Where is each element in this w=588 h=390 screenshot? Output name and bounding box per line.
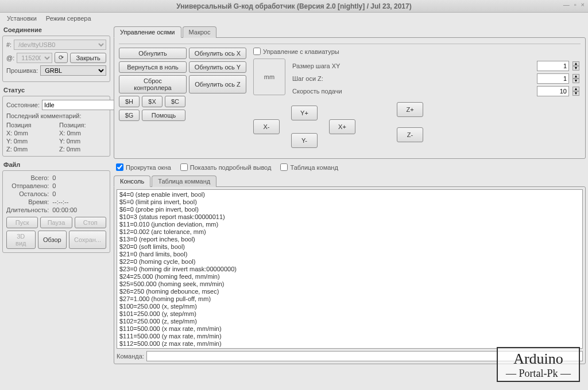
pos-z2: Z: 0mm <box>59 146 106 153</box>
console-line: $4=0 (step enable invert, bool) <box>119 191 580 198</box>
stepxy-label: Размер шага XY <box>292 63 338 69</box>
pos-x1: X: 0mm <box>6 130 53 136</box>
console-line: $24=25.000 (homing feed, mm/min) <box>119 273 580 280</box>
scroll-checkbox[interactable]: Прокрутка окна <box>116 163 171 171</box>
console-panel: $4=0 (step enable invert, bool)$5=0 (lim… <box>114 186 586 364</box>
pos-y2: Y: 0mm <box>59 138 106 145</box>
browse-button[interactable]: Обзор <box>38 231 67 249</box>
menu-server[interactable]: Режим сервера <box>42 14 95 23</box>
remain-value: 0 <box>52 190 77 197</box>
pos-x2: X: 0mm <box>59 130 106 136</box>
zero-x-button[interactable]: Обнулить ось X <box>189 48 246 59</box>
y-plus-button[interactable]: Y+ <box>291 106 318 120</box>
dollar-x-button[interactable]: $X <box>142 96 163 107</box>
file-title: Файл <box>3 161 110 168</box>
firmware-label: Прошивка: <box>6 67 38 74</box>
dollar-c-button[interactable]: $C <box>165 96 185 107</box>
pause-button[interactable]: Пауза <box>40 217 72 228</box>
dollar-h-button[interactable]: $H <box>119 96 140 107</box>
units-box[interactable]: mm <box>253 58 285 95</box>
z-minus-button[interactable]: Z- <box>397 127 423 142</box>
3dview-button[interactable]: 3D вид <box>6 231 36 249</box>
menubar: Установки Режим сервера <box>0 13 588 24</box>
help-button[interactable]: Помощь <box>142 110 185 121</box>
feed-label: Скорость подачи <box>292 88 338 95</box>
total-value: 0 <box>52 174 77 181</box>
console-line: $20=0 (soft limits, bool) <box>119 243 580 251</box>
pos-z1: Z: 0mm <box>6 146 53 153</box>
minimize-icon[interactable]: — <box>563 1 570 8</box>
console-line: $102=250.000 (z, step/mm) <box>119 318 580 325</box>
pos1-header: Позиция <box>6 122 53 128</box>
x-minus-button[interactable]: X- <box>253 119 280 134</box>
port-label: #: <box>6 41 11 48</box>
watermark-line1: Arduino <box>506 350 571 368</box>
refresh-button[interactable]: ⟳ <box>55 52 68 63</box>
time-label: Время: <box>6 198 49 205</box>
reset-button[interactable]: Сброс контроллера <box>119 75 187 93</box>
console-line: $10=3 (status report mask:00000011) <box>119 213 580 221</box>
run-button[interactable]: Пуск <box>6 217 38 228</box>
feed-spinner[interactable]: ▲▼ <box>572 87 581 96</box>
connection-title: Соединение <box>3 26 110 33</box>
firmware-select[interactable]: GRBL <box>40 65 106 76</box>
console-line: $23=0 (homing dir invert mask:00000000) <box>119 266 580 273</box>
stop-button[interactable]: Стоп <box>75 217 106 228</box>
status-panel: Состояние: Последний комментарий: Позици… <box>2 96 110 157</box>
watermark-line2: Portal-Pk <box>506 368 571 380</box>
stepxy-input[interactable] <box>537 61 569 71</box>
x-plus-button[interactable]: X+ <box>329 119 355 134</box>
close-icon[interactable]: × <box>581 1 585 8</box>
y-minus-button[interactable]: Y- <box>291 133 318 148</box>
console-line: $22=0 (homing cycle, bool) <box>119 258 580 266</box>
remain-label: Осталось: <box>6 190 49 197</box>
feed-input[interactable] <box>537 86 569 96</box>
zero-y-button[interactable]: Обнулить ось Y <box>189 61 246 73</box>
console-line: $13=0 (report inches, bool) <box>119 236 580 243</box>
console-line: $100=250.000 (x, step/mm) <box>119 303 580 310</box>
console-line: $111=500.000 (y max rate, mm/min) <box>119 333 580 340</box>
console-line: $26=250 (homing debounce, msec) <box>119 288 580 295</box>
state-label: Состояние: <box>6 102 40 108</box>
console-line: $11=0.010 (junction deviation, mm) <box>119 221 580 228</box>
stepz-spinner[interactable]: ▲▼ <box>572 74 581 83</box>
verbose-checkbox[interactable]: Показать подробный вывод <box>180 163 272 171</box>
save-button[interactable]: Сохран... <box>69 231 106 249</box>
port-select[interactable]: /dev/ttyUSB0 <box>14 40 106 50</box>
tab-commandtable[interactable]: Таблица комманд <box>152 176 216 187</box>
menu-settings[interactable]: Установки <box>3 14 40 23</box>
tab-axes[interactable]: Управление осями <box>114 26 181 38</box>
baud-select[interactable]: 115200 <box>17 53 52 63</box>
zero-z-button[interactable]: Обнулить ось Z <box>189 75 246 93</box>
console-output[interactable]: $4=0 (step enable invert, bool)$5=0 (lim… <box>117 189 583 349</box>
console-line: $101=250.000 (y, step/mm) <box>119 310 580 318</box>
sent-label: Отправлено: <box>6 182 49 189</box>
zero-button[interactable]: Обнулить <box>119 48 187 59</box>
pos-y1: Y: 0mm <box>6 138 53 145</box>
home-button[interactable]: Вернуться в ноль <box>119 61 187 73</box>
stepz-label: Шаг оси Z: <box>292 75 338 82</box>
console-line: $5=0 (limit pins invert, bool) <box>119 198 580 206</box>
lastcomment-label: Последний комментарий: <box>6 112 106 119</box>
console-line: $21=0 (hard limits, bool) <box>119 251 580 258</box>
stepxy-spinner[interactable]: ▲▼ <box>572 61 581 71</box>
tab-console[interactable]: Консоль <box>114 176 150 187</box>
duration-value: 00:00:00 <box>52 206 77 213</box>
total-label: Всего: <box>6 174 49 181</box>
pos2-header: Позиция: <box>59 122 106 128</box>
stepz-input[interactable] <box>537 73 569 84</box>
close-connection-button[interactable]: Закрыть <box>70 53 106 63</box>
window-title: Универсальный G-код обработчик (Версия 2… <box>176 2 411 10</box>
watermark: Arduino Portal-Pk <box>497 347 580 382</box>
duration-label: Длительность: <box>6 206 49 213</box>
console-line: $12=0.002 (arc tolerance, mm) <box>119 228 580 236</box>
console-line: $25=500.000 (homing seek, mm/min) <box>119 280 580 288</box>
maximize-icon[interactable]: ▫ <box>574 1 577 8</box>
command-label: Команда: <box>117 353 144 360</box>
keyboard-checkbox[interactable]: Управление с клавиатуры <box>253 48 581 55</box>
dollar-g-button[interactable]: $G <box>119 110 140 121</box>
console-line: $27=1.000 (homing pull-off, mm) <box>119 295 580 303</box>
tab-macro[interactable]: Макрос <box>183 26 217 38</box>
cmdtable-checkbox[interactable]: Таблица команд <box>280 163 338 171</box>
z-plus-button[interactable]: Z+ <box>397 102 423 117</box>
